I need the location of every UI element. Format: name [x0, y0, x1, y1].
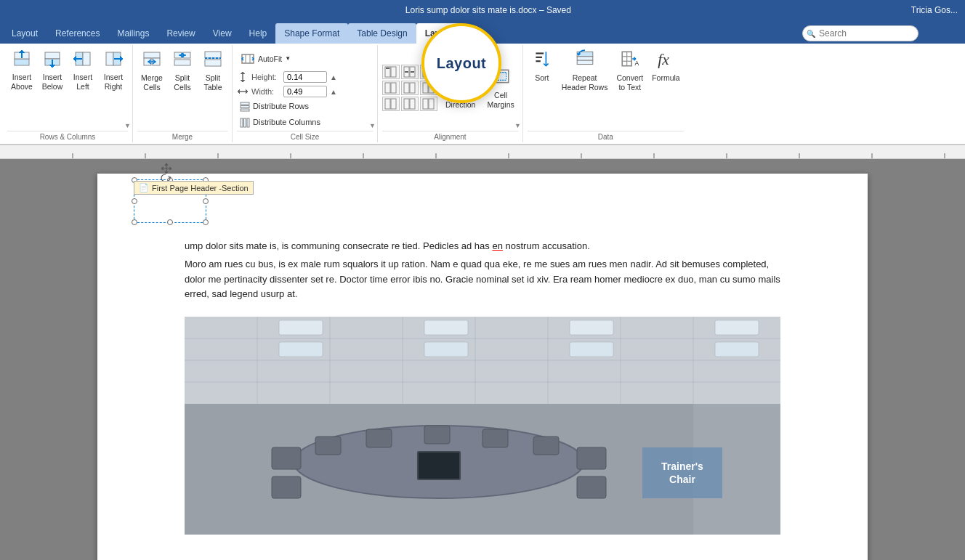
search-icon: 🔍	[807, 30, 815, 38]
svg-rect-106	[272, 447, 301, 469]
formula-label: Formula	[652, 73, 680, 83]
ribbon-search[interactable]: 🔍	[802, 25, 918, 41]
group-merge: MergeCells SplitCells	[133, 45, 233, 142]
distribute-columns-button[interactable]: Distribute Columns	[237, 116, 323, 129]
conference-room-image: Trainer'sChair	[185, 317, 780, 535]
distribute-rows-label: Distribute Rows	[253, 102, 309, 111]
height-spinner-up[interactable]: ▲	[330, 73, 337, 81]
tab-shape-format[interactable]: Shape Format	[275, 23, 348, 44]
svg-rect-50	[391, 99, 396, 109]
sort-button[interactable]: Sort	[528, 46, 557, 85]
cell-margins-label: CellMargins	[487, 91, 514, 109]
insert-right-button[interactable]: InsertRight	[99, 46, 128, 93]
distribute-rows-button[interactable]: Distribute Rows	[237, 100, 312, 113]
distribute-columns-label: Distribute Columns	[253, 118, 320, 127]
align-bottom-left[interactable]	[382, 97, 400, 111]
svg-rect-62	[577, 57, 593, 60]
tab-references[interactable]: References	[47, 23, 108, 44]
autofit-icon	[241, 52, 255, 66]
autofit-button[interactable]: AutoFit ▼	[237, 49, 294, 68]
svg-rect-63	[577, 60, 593, 64]
align-middle-center[interactable]	[401, 81, 419, 95]
header-tooltip-text: First Page Header -Section	[152, 184, 249, 192]
merge-cells-button[interactable]: MergeCells	[137, 46, 166, 94]
width-input[interactable]	[283, 86, 327, 97]
align-bottom-center[interactable]	[401, 97, 419, 111]
width-label: Width:	[251, 87, 280, 96]
handle-bottom-right[interactable]	[203, 219, 209, 225]
align-top-left[interactable]	[382, 65, 400, 79]
svg-rect-33	[247, 118, 249, 127]
convert-to-text-button[interactable]: A Convertto Text	[613, 46, 647, 94]
autofit-dropdown-icon: ▼	[285, 55, 291, 62]
search-input[interactable]	[802, 25, 918, 41]
convert-to-text-label: Convertto Text	[616, 73, 643, 92]
svg-rect-23	[242, 54, 254, 63]
svg-rect-98	[570, 320, 613, 335]
svg-rect-35	[391, 67, 396, 77]
tab-layout-main[interactable]: Layout	[3, 23, 47, 44]
title-bar: Loris sump dolor sits mate is.docx – Sav…	[0, 0, 965, 20]
rows-columns-expander[interactable]: ▼	[124, 122, 131, 129]
split-cells-button[interactable]: SplitCells	[168, 46, 197, 94]
insert-above-label: InsertAbove	[11, 73, 33, 91]
layout-circle-highlight: Layout	[421, 23, 501, 103]
svg-rect-43	[385, 83, 390, 93]
group-data: Sort RepeatHeader Rows	[523, 45, 688, 142]
svg-rect-97	[424, 320, 468, 335]
handle-middle-right[interactable]	[203, 198, 209, 204]
align-middle-left[interactable]	[382, 81, 400, 95]
rows-columns-items: InsertAbove InsertBelow	[7, 46, 128, 131]
handle-middle-left[interactable]	[132, 198, 137, 204]
distribute-columns-icon	[240, 118, 250, 128]
handle-bottom-middle[interactable]	[167, 219, 173, 225]
merge-items: MergeCells SplitCells	[137, 46, 227, 131]
alignment-label: Alignment	[382, 131, 518, 142]
insert-above-icon	[12, 49, 32, 71]
repeat-header-rows-label: RepeatHeader Rows	[562, 73, 608, 92]
svg-rect-70	[0, 145, 965, 159]
data-items: Sort RepeatHeader Rows	[528, 46, 684, 131]
svg-rect-112	[577, 447, 606, 469]
rows-columns-label: Rows & Columns	[7, 131, 128, 142]
height-input[interactable]	[283, 71, 327, 83]
insert-right-label: InsertRight	[104, 73, 123, 91]
handle-bottom-left[interactable]	[132, 219, 137, 225]
insert-above-button[interactable]: InsertAbove	[7, 46, 36, 93]
insert-below-button[interactable]: InsertBelow	[38, 46, 67, 93]
formula-button[interactable]: fx Formula	[648, 46, 684, 85]
doc-page: 📄 First Page Header -Section	[97, 174, 868, 560]
repeat-header-rows-icon	[575, 49, 595, 72]
tab-table-design[interactable]: Table Design	[348, 23, 416, 44]
align-top-center[interactable]	[401, 65, 419, 79]
svg-rect-53	[423, 99, 428, 109]
tab-view[interactable]: View	[204, 23, 241, 44]
cell-size-expander[interactable]: ▼	[369, 122, 376, 129]
insert-left-button[interactable]: InsertLeft	[68, 46, 97, 93]
insert-below-icon	[42, 49, 62, 71]
width-spinner-up[interactable]: ▲	[330, 88, 337, 96]
svg-rect-49	[385, 99, 390, 109]
cell-size-items: AutoFit ▼ Height: ▲	[237, 46, 373, 131]
split-table-label: SplitTable	[203, 73, 222, 92]
svg-rect-102	[570, 342, 613, 357]
align-bottom-right[interactable]	[420, 97, 437, 111]
svg-rect-51	[404, 99, 409, 109]
sort-label: Sort	[535, 73, 549, 83]
svg-rect-45	[404, 83, 409, 93]
repeat-header-rows-button[interactable]: RepeatHeader Rows	[558, 46, 612, 94]
svg-rect-21	[205, 60, 221, 66]
tab-help[interactable]: Help	[241, 23, 276, 44]
layout-circle-label: Layout	[437, 55, 487, 72]
split-cells-label: SplitCells	[174, 73, 190, 92]
alignment-expander[interactable]: ▼	[514, 122, 521, 129]
height-icon	[237, 71, 249, 83]
tab-mailings[interactable]: Mailings	[108, 23, 158, 44]
ruler-svg	[0, 145, 965, 159]
tab-review[interactable]: Review	[158, 23, 203, 44]
doc-text: ump dolor sits mate is, is communing con…	[185, 239, 780, 302]
trainer-chair-label: Trainer'sChair	[661, 460, 703, 486]
split-table-button[interactable]: SplitTable	[198, 46, 227, 94]
svg-rect-113	[272, 476, 301, 498]
svg-rect-96	[279, 320, 323, 335]
